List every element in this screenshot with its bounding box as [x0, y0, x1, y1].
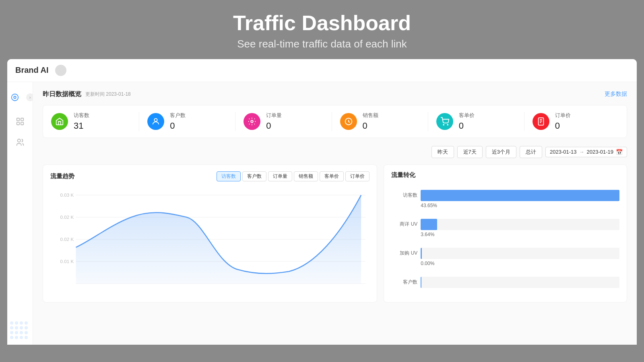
filter-btn-总计[interactable]: 总计 [520, 146, 542, 158]
filter-btn-近3个月[interactable]: 近3个月 [486, 146, 516, 158]
bar-track [421, 277, 619, 288]
line-chart-card: 流量趋势 访客数客户数订单量销售额客单价订单价 [43, 165, 377, 302]
bar-percent: 43.65% [395, 203, 619, 208]
bar-row-客户数: 客户数 [395, 277, 619, 288]
metric-item-订单价: 订单价 0 [524, 112, 619, 131]
page-title: Traffic Dashboard [0, 11, 644, 35]
more-data-link[interactable]: 更多数据 [605, 90, 627, 98]
line-chart-tabs: 访客数客户数订单量销售额客单价订单价 [217, 171, 369, 181]
avatar [55, 65, 66, 76]
metric-label-客户数: 客户数 [170, 112, 186, 119]
bar-fill [421, 219, 437, 230]
bar-fill [421, 248, 421, 259]
bar-track [421, 219, 619, 230]
app-body: › 昨日数据概览 [7, 82, 637, 345]
metric-item-订单量: 订单量 0 [235, 112, 330, 131]
metric-value-客单价: 0 [459, 121, 475, 131]
metric-value-客户数: 0 [170, 121, 186, 131]
bar-percent: 0.00% [395, 261, 619, 266]
bar-label: 访客数 [395, 192, 417, 199]
calendar-icon: 📅 [616, 149, 623, 155]
bar-row-访客数: 访客数 43.65% [395, 190, 619, 208]
metric-label-订单量: 订单量 [266, 112, 282, 119]
page-header: Traffic Dashboard See real-time traffic … [0, 0, 644, 59]
metric-icon-访客数 [51, 113, 68, 130]
metric-item-客单价: 客单价 0 [428, 112, 522, 131]
chart-tab-订单价[interactable]: 订单价 [345, 171, 369, 181]
metric-icon-订单价 [533, 113, 549, 130]
metric-label-客单价: 客单价 [459, 112, 475, 119]
metric-value-访客数: 31 [74, 121, 89, 131]
stats-update-label: 更新时间 2023-01-18 [85, 91, 131, 98]
metric-value-订单价: 0 [555, 121, 571, 131]
metric-icon-客户数 [147, 113, 164, 130]
app-window: Brand AI › [7, 59, 637, 345]
metric-icon-订单量 [244, 113, 260, 130]
date-arrow: → [579, 149, 584, 155]
chart-tab-订单量[interactable]: 订单量 [268, 171, 292, 181]
app-logo: Brand AI [15, 66, 49, 75]
metric-icon-客单价 [436, 113, 453, 130]
metric-label-访客数: 访客数 [74, 112, 89, 119]
svg-point-7 [155, 118, 157, 121]
date-end: 2023-01-19 [587, 149, 614, 155]
bar-label: 商详 UV [395, 221, 417, 228]
bar-row-加购 UV: 加购 UV 0.00% [395, 248, 619, 266]
sidebar-decor [10, 321, 30, 341]
svg-point-11 [447, 124, 448, 125]
metric-label-销售额: 销售额 [363, 112, 378, 119]
bar-fill [421, 190, 619, 201]
bar-chart-title: 流量转化 [391, 171, 415, 179]
sidebar-item-users[interactable] [11, 134, 29, 151]
line-chart-area: 0.03 K 0.02 K 0.02 K 0.01 K [50, 187, 369, 296]
charts-row: 流量趋势 访客数客户数订单量销售额客单价订单价 [43, 165, 627, 302]
metric-value-销售额: 0 [363, 121, 378, 131]
line-chart-header: 流量趋势 访客数客户数订单量销售额客单价订单价 [50, 171, 369, 181]
metric-item-客户数: 客户数 0 [139, 112, 233, 131]
sidebar-item-home[interactable] [7, 88, 24, 106]
bar-label: 加购 UV [395, 250, 417, 257]
main-content: 昨日数据概览 更新时间 2023-01-18 更多数据 访客数 31 [33, 82, 637, 345]
date-range-input[interactable]: 2023-01-13 → 2023-01-19 📅 [545, 147, 627, 157]
sidebar: › [7, 82, 33, 345]
bar-track [421, 248, 619, 259]
svg-text:0.03 K: 0.03 K [60, 193, 74, 197]
svg-rect-5 [21, 122, 23, 125]
svg-rect-2 [17, 118, 19, 121]
svg-point-8 [251, 120, 254, 123]
metric-item-销售额: 销售额 0 [332, 112, 426, 131]
bar-fill [421, 277, 421, 288]
metrics-row: 访客数 31 客户数 0 订单量 0 销售额 0 客单价 [43, 105, 627, 138]
metric-item-访客数: 访客数 31 [51, 112, 137, 131]
metric-label-订单价: 订单价 [555, 112, 571, 119]
bar-label: 客户数 [395, 279, 417, 286]
svg-rect-3 [21, 118, 23, 121]
stats-header: 昨日数据概览 更新时间 2023-01-18 更多数据 [43, 90, 627, 99]
page-subtitle: See real-time traffic data of each link [0, 38, 644, 50]
chart-tab-客单价[interactable]: 客单价 [320, 171, 344, 181]
stats-title: 昨日数据概览 [43, 90, 81, 99]
bar-chart-header: 流量转化 [391, 171, 619, 179]
bar-percent: 3.64% [395, 232, 619, 237]
filter-btn-近7天[interactable]: 近7天 [457, 146, 483, 158]
svg-point-1 [14, 96, 16, 99]
svg-text:0.01 K: 0.01 K [60, 259, 74, 264]
line-chart-title: 流量趋势 [50, 173, 74, 180]
metric-value-订单量: 0 [266, 121, 282, 131]
svg-text:0.02 K: 0.02 K [60, 237, 74, 242]
app-topbar: Brand AI [7, 59, 637, 82]
bar-chart-card: 流量转化 访客数 43.65% 商详 UV 3.64% 加购 UV [384, 165, 627, 302]
filter-bar: 昨天近7天近3个月总计 2023-01-13 → 2023-01-19 📅 [43, 146, 627, 158]
line-chart-svg: 0.03 K 0.02 K 0.02 K 0.01 K [50, 187, 369, 296]
bar-track [421, 190, 619, 201]
svg-point-10 [443, 124, 444, 125]
stats-title-row: 昨日数据概览 更新时间 2023-01-18 [43, 90, 131, 99]
filter-btn-昨天[interactable]: 昨天 [431, 146, 454, 158]
svg-text:0.02 K: 0.02 K [60, 215, 74, 220]
bar-row-商详 UV: 商详 UV 3.64% [395, 219, 619, 237]
svg-point-0 [11, 94, 18, 101]
chart-tab-客户数[interactable]: 客户数 [242, 171, 266, 181]
chart-tab-销售额[interactable]: 销售额 [294, 171, 318, 181]
chart-tab-访客数[interactable]: 访客数 [217, 171, 241, 181]
sidebar-item-analytics[interactable] [11, 113, 29, 130]
